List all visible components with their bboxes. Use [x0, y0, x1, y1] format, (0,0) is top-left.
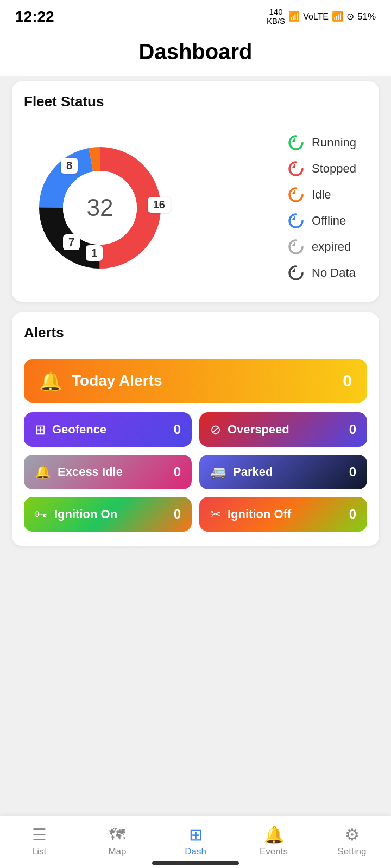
excess-idle-alert-card[interactable]: 🔔 Excess Idle 0 — [24, 455, 192, 489]
svg-marker-7 — [292, 138, 295, 142]
today-alerts-button[interactable]: 🔔 Today Alerts 0 — [24, 359, 367, 403]
alerts-card: Alerts 🔔 Today Alerts 0 ⊞ Geofence 0 ⊘ — [12, 312, 379, 546]
status-bar: 12:22 140KB/S 📶 VoLTE 📶 ⊙ 51% — [0, 0, 391, 30]
wifi-icon: 📶 — [288, 11, 300, 22]
ignition-off-count: 0 — [349, 507, 356, 522]
nav-events[interactable]: 🔔 Events — [249, 825, 298, 857]
svg-marker-11 — [292, 190, 295, 194]
fleet-legend: Running Stopped — [287, 133, 362, 282]
home-indicator — [152, 861, 239, 865]
excess-idle-label: Excess Idle — [58, 465, 123, 479]
ignition-on-icon: 🗝 — [35, 507, 48, 522]
nodata-icon — [287, 264, 305, 282]
page-title: Dashboard — [0, 40, 391, 64]
events-icon: 🔔 — [264, 825, 284, 844]
map-icon: 🗺 — [109, 826, 125, 844]
today-alerts-left: 🔔 Today Alerts — [39, 370, 162, 392]
svg-marker-17 — [292, 268, 295, 272]
svg-marker-13 — [292, 216, 295, 220]
today-alerts-label: Today Alerts — [72, 372, 162, 390]
ignition-off-icon: ✂ — [210, 507, 221, 522]
events-label: Events — [260, 846, 288, 857]
overspeed-alert-card[interactable]: ⊘ Overspeed 0 — [199, 412, 367, 447]
overspeed-label: Overspeed — [228, 423, 289, 437]
dash-icon: ⊞ — [189, 825, 203, 844]
fleet-chart-area: 32 8 16 7 1 Running — [24, 128, 367, 288]
fleet-status-card: Fleet Status — [12, 81, 379, 302]
legend-stopped: Stopped — [287, 159, 356, 178]
ignition-off-label: Ignition Off — [228, 507, 291, 521]
overspeed-count: 0 — [349, 422, 356, 437]
signal-icon: 📶 — [332, 11, 343, 22]
seg-label-black: 8 — [61, 158, 78, 174]
ignition-off-alert-card[interactable]: ✂ Ignition Off 0 — [199, 497, 367, 532]
legend-running: Running — [287, 133, 356, 152]
svg-point-8 — [289, 162, 302, 175]
legend-offline: Offline — [287, 212, 356, 230]
svg-point-10 — [289, 188, 302, 201]
ignition-on-count: 0 — [174, 507, 181, 522]
setting-label: Setting — [338, 846, 367, 857]
fleet-donut-chart: 32 8 16 7 1 — [35, 143, 165, 273]
svg-point-16 — [289, 266, 302, 279]
data-speed: 140KB/S — [267, 8, 285, 25]
svg-point-14 — [289, 240, 302, 253]
donut-center-value: 32 — [87, 194, 113, 221]
status-icons: 140KB/S 📶 VoLTE 📶 ⊙ 51% — [267, 8, 376, 25]
svg-point-6 — [289, 136, 302, 149]
battery-icon: ⊙ — [346, 11, 354, 22]
legend-running-label: Running — [312, 136, 356, 150]
fleet-status-title: Fleet Status — [24, 93, 367, 110]
nav-list[interactable]: ☰ List — [15, 825, 64, 857]
today-alerts-count: 0 — [343, 372, 352, 390]
network-icon: VoLTE — [303, 12, 329, 22]
alerts-title: Alerts — [24, 324, 367, 341]
geofence-icon: ⊞ — [35, 422, 46, 437]
expired-icon — [287, 238, 305, 256]
list-label: List — [32, 846, 46, 857]
nav-setting[interactable]: ⚙ Setting — [327, 825, 376, 857]
setting-icon: ⚙ — [345, 825, 360, 844]
map-label: Map — [108, 846, 126, 857]
parked-count: 0 — [349, 464, 356, 480]
svg-marker-15 — [292, 242, 295, 246]
app-header: Dashboard — [0, 30, 391, 76]
legend-expired-label: expired — [312, 240, 351, 254]
offline-icon — [287, 212, 305, 230]
legend-nodata: No Data — [287, 264, 356, 282]
bell-icon: 🔔 — [39, 370, 62, 392]
running-icon — [287, 133, 305, 152]
parked-label: Parked — [233, 465, 273, 479]
svg-marker-9 — [292, 164, 295, 168]
excess-idle-icon: 🔔 — [35, 464, 51, 480]
legend-nodata-label: No Data — [312, 266, 356, 280]
nav-dash[interactable]: ⊞ Dash — [171, 825, 220, 857]
status-time: 12:22 — [15, 8, 54, 25]
nav-map[interactable]: 🗺 Map — [93, 826, 142, 857]
stopped-icon — [287, 159, 305, 178]
ignition-on-alert-card[interactable]: 🗝 Ignition On 0 — [24, 497, 192, 532]
seg-label-orange: 1 — [86, 245, 103, 261]
legend-idle: Idle — [287, 186, 356, 204]
bottom-nav: ☰ List 🗺 Map ⊞ Dash 🔔 Events ⚙ Setting — [0, 816, 391, 868]
seg-label-red: 16 — [148, 197, 171, 213]
geofence-count: 0 — [174, 422, 181, 437]
legend-idle-label: Idle — [312, 188, 331, 202]
svg-point-12 — [289, 214, 302, 227]
idle-icon — [287, 186, 305, 204]
legend-stopped-label: Stopped — [312, 162, 356, 176]
parked-alert-card[interactable]: 🚐 Parked 0 — [199, 455, 367, 489]
geofence-label: Geofence — [52, 423, 106, 437]
parked-icon: 🚐 — [210, 464, 226, 480]
legend-offline-label: Offline — [312, 214, 346, 228]
geofence-alert-card[interactable]: ⊞ Geofence 0 — [24, 412, 192, 447]
seg-label-blue: 7 — [63, 234, 80, 250]
excess-idle-count: 0 — [174, 464, 181, 480]
overspeed-icon: ⊘ — [210, 422, 221, 437]
battery-percent: 51% — [357, 11, 376, 22]
alert-grid: ⊞ Geofence 0 ⊘ Overspeed 0 🔔 Excess Idle… — [24, 412, 367, 532]
ignition-on-label: Ignition On — [54, 507, 117, 521]
legend-expired: expired — [287, 238, 356, 256]
list-icon: ☰ — [32, 825, 47, 844]
dash-label: Dash — [185, 846, 206, 857]
